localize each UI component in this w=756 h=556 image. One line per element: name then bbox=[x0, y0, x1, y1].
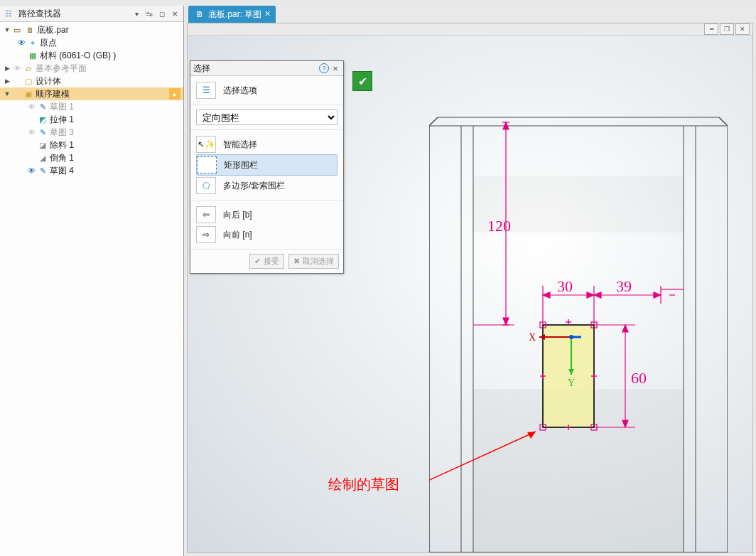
close-tab-icon[interactable]: ✕ bbox=[261, 8, 273, 19]
dim-60: 60 bbox=[631, 369, 647, 387]
panel-window-icon[interactable]: ◻ bbox=[156, 8, 168, 19]
document-tab[interactable]: 🗎 底板.par: 草图 ✕ bbox=[188, 6, 276, 23]
tree-label: 除料 1 bbox=[50, 139, 74, 151]
tree-design-body[interactable]: ▶ ▢ 设计体 bbox=[0, 75, 183, 87]
tree-sketch3[interactable]: 👁 ✎ 草图 3 bbox=[0, 126, 183, 139]
cancel-button[interactable]: ✖ 取消选择 bbox=[288, 254, 339, 269]
folder-icon: ▣ bbox=[23, 88, 34, 100]
expand-icon[interactable]: ▼ bbox=[3, 26, 11, 34]
chamfer-icon: ◢ bbox=[37, 152, 48, 164]
dim-39: 39 bbox=[616, 277, 632, 295]
help-icon[interactable]: ? bbox=[319, 63, 329, 73]
options-icon[interactable]: ☰ bbox=[196, 82, 216, 99]
tree-label: 材料 (6061-O (GB) ) bbox=[40, 50, 116, 62]
doc-icon: 🗎 bbox=[195, 9, 204, 19]
tree-sketch4[interactable]: 👁 ✎ 草图 4 bbox=[0, 164, 183, 177]
accept-sketch-button[interactable]: ✔ bbox=[352, 71, 372, 91]
sketch-icon: ✎ bbox=[37, 127, 48, 138]
tree-chamfer1[interactable]: ◢ 倒角 1 bbox=[0, 151, 183, 164]
svg-point-26 bbox=[569, 335, 573, 339]
svg-marker-37 bbox=[594, 292, 601, 298]
rect-fence-icon bbox=[197, 156, 217, 173]
visibility-icon[interactable]: 👁 bbox=[16, 37, 27, 48]
x-icon: ✖ bbox=[293, 257, 300, 266]
close-icon[interactable]: ✕ bbox=[735, 23, 750, 35]
doc-tab-label: 底板.par: 草图 bbox=[208, 9, 261, 21]
panel-dropdown-icon[interactable]: ▾ bbox=[131, 8, 142, 19]
sketch-icon: ✎ bbox=[37, 165, 48, 176]
svg-marker-24 bbox=[568, 369, 574, 375]
panel-pin-icon[interactable]: ⭾ bbox=[144, 8, 155, 19]
pathfinder-header: ☷ 路径查找器 ▾ ⭾ ◻ ✕ bbox=[0, 6, 183, 22]
svg-rect-7 bbox=[473, 176, 684, 232]
forward-label: 向前 [n] bbox=[223, 229, 252, 241]
axis-y-label: Y bbox=[568, 378, 575, 388]
fence-mode-select[interactable]: 定向围栏 bbox=[196, 109, 338, 125]
cancel-label: 取消选择 bbox=[303, 256, 334, 267]
body-icon: ▢ bbox=[23, 75, 34, 87]
smart-select-icon[interactable]: ↖✨ bbox=[196, 136, 216, 153]
model-view: X Y bbox=[429, 105, 728, 552]
svg-rect-9 bbox=[540, 322, 546, 328]
tree-label: 基本参考平面 bbox=[36, 63, 87, 75]
minimize-icon[interactable]: ━ bbox=[704, 23, 718, 35]
select-panel-title: 选择 bbox=[193, 63, 319, 75]
svg-marker-44 bbox=[622, 420, 628, 427]
dim-120: 120 bbox=[487, 217, 511, 235]
tree-extrude1[interactable]: ◩ 拉伸 1 bbox=[0, 113, 183, 126]
extrude-icon: ◩ bbox=[37, 114, 48, 125]
axis-x-label: X bbox=[529, 332, 536, 343]
svg-marker-43 bbox=[622, 325, 628, 332]
svg-rect-12 bbox=[591, 424, 597, 430]
rect-fence-row[interactable]: 矩形围栏 bbox=[196, 154, 338, 176]
pathfinder-panel: ☷ 路径查找器 ▾ ⭾ ◻ ✕ ▼ ▭ 🗎 底板.par 👁 ⌖ 原点 bbox=[0, 6, 184, 556]
svg-marker-22 bbox=[539, 334, 545, 340]
svg-line-47 bbox=[429, 432, 536, 503]
tree-basic-planes[interactable]: ▶ 👁 ▱ 基本参考平面 bbox=[0, 62, 183, 75]
hidden-icon[interactable]: 👁 bbox=[11, 63, 23, 74]
sketch-icon: ✎ bbox=[37, 101, 48, 112]
poly-fence-icon[interactable]: ⬠ bbox=[196, 177, 216, 194]
pathfinder-tree[interactable]: ▼ ▭ 🗎 底板.par 👁 ⌖ 原点 ▦ 材料 (6061-O (GB) ) … bbox=[0, 22, 183, 556]
tree-label: 拉伸 1 bbox=[50, 114, 74, 126]
restore-icon[interactable]: ❐ bbox=[720, 23, 734, 35]
svg-marker-28 bbox=[503, 122, 509, 129]
cut-icon: ◪ bbox=[37, 139, 48, 151]
origin-icon: ⌖ bbox=[27, 37, 38, 48]
select-panel[interactable]: 选择 ? ✕ ☰ 选择选项 定向围栏 bbox=[190, 60, 344, 274]
back-icon[interactable]: ⇦ bbox=[196, 206, 216, 223]
tree-origin[interactable]: 👁 ⌖ 原点 bbox=[0, 36, 183, 49]
expand-icon[interactable]: ▶ bbox=[3, 64, 11, 73]
part-icon: ▭ bbox=[11, 24, 23, 36]
svg-marker-33 bbox=[587, 292, 594, 298]
panel-close-icon[interactable]: ✕ bbox=[330, 63, 340, 73]
document-frame: ━ ❐ ✕ 选择 ? ✕ bbox=[187, 23, 753, 553]
viewport[interactable]: 选择 ? ✕ ☰ 选择选项 定向围栏 bbox=[188, 36, 752, 552]
tree-material[interactable]: ▦ 材料 (6061-O (GB) ) bbox=[0, 49, 183, 62]
material-icon: ▦ bbox=[27, 50, 38, 61]
check-icon: ✔ bbox=[254, 257, 261, 266]
tree-label: 草图 3 bbox=[50, 127, 74, 139]
tree-cut1[interactable]: ◪ 除料 1 bbox=[0, 139, 183, 151]
planes-icon: ▱ bbox=[23, 63, 34, 74]
panel-close-icon[interactable]: ✕ bbox=[169, 8, 180, 19]
expand-icon[interactable]: ▶ bbox=[3, 77, 11, 85]
hidden-icon[interactable]: 👁 bbox=[26, 101, 37, 112]
poly-fence-label: 多边形/套索围栏 bbox=[223, 180, 285, 192]
accept-label: 接受 bbox=[264, 256, 279, 267]
part-doc-icon: 🗎 bbox=[24, 24, 36, 36]
forward-icon[interactable]: ⇨ bbox=[196, 226, 216, 243]
hidden-icon[interactable]: 👁 bbox=[26, 127, 37, 138]
accept-button[interactable]: ✔ 接受 bbox=[249, 254, 284, 269]
tree-root[interactable]: ▼ ▭ 🗎 底板.par bbox=[0, 23, 183, 36]
svg-rect-11 bbox=[540, 424, 546, 430]
active-flag-icon: ▸ bbox=[169, 88, 180, 100]
tree-ordered[interactable]: ▼ ▣ 顺序建模 ▸ bbox=[0, 87, 183, 100]
svg-rect-8 bbox=[543, 325, 594, 427]
tree-label: 设计体 bbox=[36, 75, 61, 87]
expand-icon[interactable]: ▼ bbox=[3, 90, 11, 98]
tree-sketch1[interactable]: 👁 ✎ 草图 1 bbox=[0, 100, 183, 113]
tree-label: 草图 1 bbox=[50, 101, 74, 113]
visibility-icon[interactable]: 👁 bbox=[26, 165, 37, 176]
back-label: 向后 [b] bbox=[223, 209, 252, 221]
